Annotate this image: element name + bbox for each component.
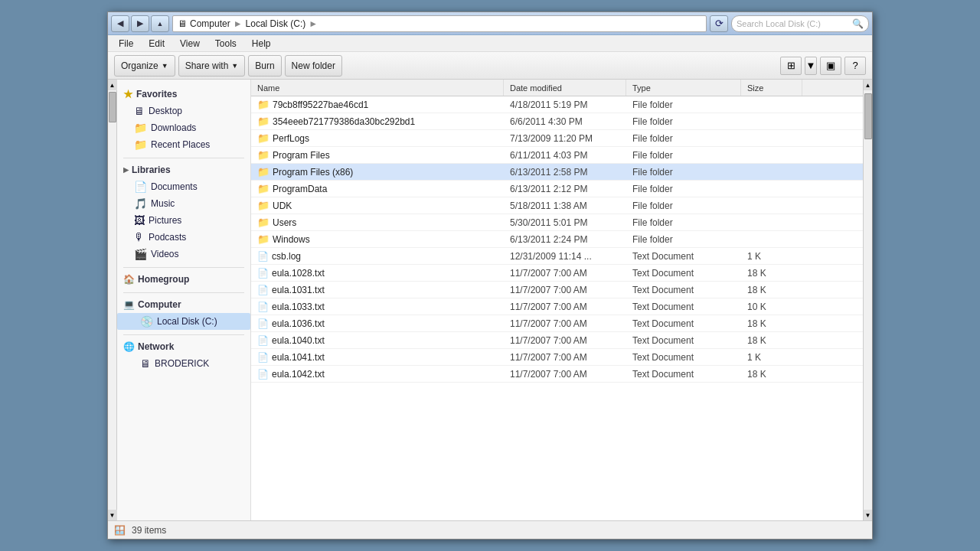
file-name: eula.1028.txt	[272, 268, 325, 279]
table-row[interactable]: 📁 Program Files (x86) 6/13/2011 2:58 PM …	[251, 164, 863, 181]
computer-header[interactable]: 💻 Computer	[117, 296, 250, 313]
sidebar-section-favorites: ★ Favorites 🖥 Desktop 📁 Downloads 📁 Rece…	[117, 86, 250, 153]
sidebar-item-music[interactable]: 🎵 Music	[117, 195, 250, 212]
menu-file[interactable]: File	[114, 37, 138, 51]
network-header[interactable]: 🌐 Network	[117, 338, 250, 355]
table-row[interactable]: 📁 Windows 6/13/2011 2:24 PM File folder	[251, 231, 863, 248]
file-type-cell: File folder	[626, 167, 741, 178]
table-row[interactable]: 📄 eula.1028.txt 11/7/2007 7:00 AM Text D…	[251, 265, 863, 282]
file-scroll-up[interactable]: ▲	[864, 80, 873, 90]
view-dropdown-button[interactable]: ▼	[805, 57, 817, 75]
file-name: ProgramData	[273, 184, 327, 194]
preview-pane-button[interactable]: ▣	[820, 57, 841, 75]
help-button[interactable]: ?	[844, 57, 866, 75]
windows-logo: 🪟	[114, 525, 126, 536]
refresh-button[interactable]: ⟳	[710, 15, 728, 32]
sidebar-item-videos[interactable]: 🎬 Videos	[117, 246, 250, 262]
sidebar-desktop-label: Desktop	[149, 106, 182, 116]
table-row[interactable]: 📄 eula.1031.txt 11/7/2007 7:00 AM Text D…	[251, 282, 863, 298]
file-date-cell: 12/31/2009 11:14 ...	[504, 251, 626, 262]
table-row[interactable]: 📄 eula.1041.txt 11/7/2007 7:00 AM Text D…	[251, 349, 863, 366]
menu-tools[interactable]: Tools	[211, 37, 241, 51]
file-name-cell: 📁 PerfLogs	[251, 132, 504, 144]
col-header-type[interactable]: Type	[626, 80, 741, 96]
sidebar: ★ Favorites 🖥 Desktop 📁 Downloads 📁 Rece…	[117, 80, 251, 520]
sidebar-music-label: Music	[151, 198, 175, 209]
sidebar-item-podcasts[interactable]: 🎙 Podcasts	[117, 229, 250, 246]
nav-buttons: ◀ ▶ ▲	[111, 15, 169, 32]
homegroup-header[interactable]: 🏠 Homegroup	[117, 271, 250, 288]
file-name: eula.1042.txt	[272, 369, 325, 380]
sidebar-broderick-label: BRODERICK	[155, 358, 209, 369]
table-row[interactable]: 📄 eula.1042.txt 11/7/2007 7:00 AM Text D…	[251, 366, 863, 383]
table-row[interactable]: 📄 eula.1040.txt 11/7/2007 7:00 AM Text D…	[251, 332, 863, 349]
sidebar-item-desktop[interactable]: 🖥 Desktop	[117, 103, 250, 119]
file-date-cell: 11/7/2007 7:00 AM	[504, 268, 626, 279]
sidebar-item-recent-places[interactable]: 📁 Recent Places	[117, 136, 250, 153]
file-type-cell: Text Document	[626, 251, 741, 262]
back-button[interactable]: ◀	[111, 15, 129, 32]
up-button[interactable]: ▲	[151, 15, 169, 32]
folder-icon: 📁	[257, 132, 270, 144]
sidebar-item-pictures[interactable]: 🖼 Pictures	[117, 212, 250, 229]
file-scroll-thumb[interactable]	[864, 93, 872, 139]
sidebar-item-broderick[interactable]: 🖥 BRODERICK	[117, 355, 250, 372]
burn-button[interactable]: Burn	[248, 55, 281, 77]
breadcrumb-computer[interactable]: Computer	[190, 18, 230, 29]
breadcrumb-localdisk[interactable]: Local Disk (C:)	[246, 18, 306, 29]
organize-button[interactable]: Organize ▼	[114, 55, 175, 77]
scroll-down-arrow[interactable]: ▼	[108, 510, 117, 520]
sidebar-item-local-disk[interactable]: 💿 Local Disk (C:)	[117, 313, 250, 330]
col-header-size[interactable]: Size	[741, 80, 802, 96]
col-header-name[interactable]: Name	[251, 80, 504, 96]
breadcrumb[interactable]: 🖥 Computer ► Local Disk (C:) ►	[172, 15, 707, 32]
scroll-up-arrow[interactable]: ▲	[108, 80, 117, 90]
table-row[interactable]: 📁 ProgramData 6/13/2011 2:12 PM File fol…	[251, 181, 863, 197]
table-row[interactable]: 📄 eula.1036.txt 11/7/2007 7:00 AM Text D…	[251, 315, 863, 332]
file-date-cell: 6/13/2011 2:58 PM	[504, 167, 626, 178]
share-with-label: Share with	[185, 60, 229, 71]
menu-view[interactable]: View	[175, 37, 204, 51]
view-toggle-button[interactable]: ⊞	[780, 57, 802, 75]
file-size-cell: 18 K	[741, 369, 802, 380]
folder-icon: 📁	[257, 166, 270, 178]
file-size-cell: 10 K	[741, 302, 802, 312]
file-type-cell: Text Document	[626, 352, 741, 363]
sidebar-item-downloads[interactable]: 📁 Downloads	[117, 119, 250, 136]
sidebar-item-documents[interactable]: 📄 Documents	[117, 178, 250, 195]
network-icon: 🌐	[123, 341, 135, 352]
file-name-cell: 📁 Program Files (x86)	[251, 166, 504, 178]
col-header-date[interactable]: Date modified	[504, 80, 626, 96]
table-row[interactable]: 📄 eula.1033.txt 11/7/2007 7:00 AM Text D…	[251, 298, 863, 315]
table-row[interactable]: 📁 Users 5/30/2011 5:01 PM File folder	[251, 214, 863, 231]
file-size-cell: 1 K	[741, 352, 802, 363]
scroll-thumb[interactable]	[109, 92, 116, 122]
file-name: PerfLogs	[273, 133, 309, 144]
file-list-scrollbar[interactable]: ▲ ▼	[863, 80, 872, 520]
folder-icon: 📁	[257, 200, 270, 211]
file-date-cell: 11/7/2007 7:00 AM	[504, 369, 626, 380]
favorites-header: ★ Favorites	[117, 86, 250, 103]
table-row[interactable]: 📁 UDK 5/18/2011 1:38 AM File folder	[251, 197, 863, 214]
share-with-button[interactable]: Share with ▼	[178, 55, 246, 77]
new-folder-button[interactable]: New folder	[285, 55, 342, 77]
file-list[interactable]: 📁 79cb8ff95227bae46cd1 4/18/2011 5:19 PM…	[251, 96, 863, 520]
file-name-cell: 📄 eula.1031.txt	[251, 285, 504, 295]
table-row[interactable]: 📁 354eeeb721779386da30bc292bd1 6/6/2011 …	[251, 113, 863, 130]
menu-edit[interactable]: Edit	[144, 37, 169, 51]
folder-icon: 📁	[257, 99, 270, 110]
search-bar[interactable]: Search Local Disk (C:) 🔍	[731, 15, 869, 32]
table-row[interactable]: 📄 csb.log 12/31/2009 11:14 ... Text Docu…	[251, 248, 863, 265]
desktop-icon: 🖥	[134, 105, 145, 117]
sidebar-videos-label: Videos	[151, 249, 178, 259]
file-scroll-down[interactable]: ▼	[864, 510, 873, 520]
menu-help[interactable]: Help	[247, 37, 276, 51]
table-row[interactable]: 📁 79cb8ff95227bae46cd1 4/18/2011 5:19 PM…	[251, 96, 863, 113]
table-row[interactable]: 📁 Program Files 6/11/2011 4:03 PM File f…	[251, 147, 863, 164]
forward-button[interactable]: ▶	[131, 15, 149, 32]
table-row[interactable]: 📁 PerfLogs 7/13/2009 11:20 PM File folde…	[251, 130, 863, 147]
file-date-cell: 5/30/2011 5:01 PM	[504, 217, 626, 228]
sidebar-scrollbar[interactable]: ▲ ▼	[108, 80, 117, 520]
file-name: 79cb8ff95227bae46cd1	[273, 99, 368, 110]
libraries-header[interactable]: ▶ Libraries	[117, 161, 250, 178]
